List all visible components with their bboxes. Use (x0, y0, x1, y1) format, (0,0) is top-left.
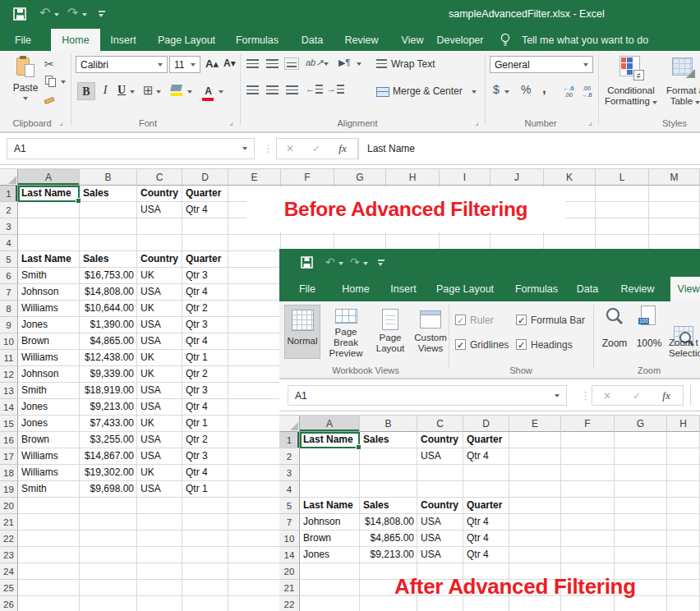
col-header-M[interactable]: M (649, 169, 700, 186)
cell-B8[interactable]: $10,644.00 (80, 301, 137, 317)
cell-C7[interactable]: USA (417, 514, 463, 531)
overlay-formula-input[interactable] (690, 385, 700, 406)
text-direction-dropdown-icon[interactable] (357, 62, 362, 66)
cell-A2[interactable] (300, 448, 360, 465)
row-header-10[interactable]: 10 (279, 531, 300, 547)
cell-B10[interactable]: $4,865.00 (80, 333, 137, 350)
tab-review[interactable]: Review (336, 29, 387, 51)
cell-D26[interactable] (182, 596, 228, 611)
row-header-14[interactable]: 14 (279, 547, 300, 563)
cell-L2[interactable] (596, 202, 649, 218)
decrease-indent-icon[interactable]: ← (306, 84, 323, 94)
cell-G2[interactable] (615, 448, 667, 465)
cell-D10[interactable]: Qtr 4 (182, 333, 228, 350)
cell-A21[interactable] (300, 580, 360, 596)
cell-A21[interactable] (18, 514, 80, 531)
overlay-save-icon[interactable] (301, 256, 313, 272)
cell-B10[interactable]: $4,865.00 (360, 531, 417, 547)
align-bottom-icon[interactable] (284, 57, 299, 70)
row-header-4[interactable]: 4 (279, 481, 300, 498)
cell-E18[interactable] (228, 465, 281, 481)
cell-A3[interactable] (300, 465, 360, 481)
cell-D2[interactable]: Qtr 4 (182, 202, 228, 218)
row-header-16[interactable]: 16 (0, 432, 18, 448)
col-header-A[interactable]: A (300, 416, 360, 432)
overlay-tab-review[interactable]: Review (613, 277, 662, 301)
cell-A1[interactable]: Last Name (300, 432, 360, 448)
italic-button[interactable]: I (99, 84, 112, 97)
cell-C14[interactable]: USA (137, 399, 182, 416)
cell-B19[interactable]: $9,698.00 (80, 481, 137, 498)
overlay-tab-insert[interactable]: Insert (383, 277, 424, 301)
insert-function-icon[interactable]: fx (329, 142, 356, 155)
overlay-cancel-icon[interactable]: ✕ (592, 390, 622, 402)
cell-C10[interactable]: USA (417, 531, 463, 547)
cell-H5[interactable] (667, 498, 700, 514)
cell-H1[interactable] (667, 432, 700, 448)
font-launcher-icon[interactable]: ⌟ (229, 118, 233, 126)
cell-A14[interactable]: Jones (300, 547, 360, 563)
cell-D14[interactable]: Qtr 4 (182, 399, 228, 416)
cell-F10[interactable] (561, 531, 615, 547)
fill-color-dropdown-icon[interactable] (187, 90, 192, 94)
cell-B17[interactable]: $14,867.00 (80, 448, 137, 465)
cell-D3[interactable] (182, 218, 228, 235)
copy-icon[interactable] (45, 76, 57, 87)
cell-A17[interactable]: Williams (18, 448, 80, 465)
row-header-2[interactable]: 2 (0, 202, 18, 218)
cell-H2[interactable] (667, 448, 700, 465)
col-header-A[interactable]: A (18, 169, 80, 186)
row-header-1[interactable]: 1 (0, 186, 18, 202)
cell-F2[interactable] (561, 448, 615, 465)
cell-D6[interactable]: Qtr 3 (182, 268, 228, 284)
cell-H3[interactable] (667, 465, 700, 481)
cell-F14[interactable] (561, 547, 615, 563)
row-header-12[interactable]: 12 (0, 366, 18, 383)
underline-dropdown-icon[interactable] (130, 90, 135, 94)
cell-E5[interactable] (509, 498, 561, 514)
wrap-text-icon[interactable] (376, 59, 387, 68)
cell-G3[interactable] (615, 465, 667, 481)
cell-H21[interactable] (667, 580, 700, 596)
name-box[interactable]: A1 (7, 138, 255, 159)
conditional-formatting-button[interactable]: Conditional Formatting (598, 85, 664, 107)
cell-E5[interactable] (228, 251, 281, 268)
orientation-dropdown-icon[interactable] (324, 62, 329, 66)
ruler-checkbox[interactable]: ✓ (455, 315, 466, 325)
row-header-9[interactable]: 9 (0, 317, 18, 333)
cell-F3[interactable] (561, 465, 615, 481)
cell-H14[interactable] (667, 547, 700, 563)
cell-B2[interactable] (80, 202, 137, 218)
cell-B7[interactable]: $14,808.00 (80, 284, 137, 301)
cell-B23[interactable] (80, 547, 137, 563)
cell-C24[interactable] (137, 563, 182, 580)
cell-D18[interactable]: Qtr 4 (182, 465, 228, 481)
cell-B2[interactable] (360, 448, 417, 465)
cell-C19[interactable]: USA (137, 481, 182, 498)
font-color-button[interactable]: A (202, 83, 214, 101)
cell-A8[interactable]: Williams (18, 301, 80, 317)
headings-checkbox[interactable]: ✓ (516, 339, 527, 350)
cell-B5[interactable]: Sales (80, 251, 137, 268)
cell-B11[interactable]: $12,438.00 (80, 350, 137, 366)
cell-H10[interactable] (667, 531, 700, 547)
overlay-tab-file[interactable]: File (291, 277, 324, 301)
cell-E16[interactable] (228, 432, 281, 448)
normal-view-button[interactable]: Normal (284, 305, 320, 359)
align-center-icon[interactable] (266, 85, 279, 94)
cell-B18[interactable]: $19,302.00 (80, 465, 137, 481)
cell-B22[interactable] (80, 531, 137, 547)
cell-M3[interactable] (649, 218, 700, 235)
cell-B15[interactable]: $7,433.00 (80, 416, 137, 432)
cell-H7[interactable] (667, 514, 700, 531)
cell-D19[interactable]: Qtr 1 (182, 481, 228, 498)
cell-C3[interactable] (417, 465, 463, 481)
overlay-insert-function-icon[interactable]: fx (652, 389, 681, 402)
increase-decimal-icon[interactable]: ←.0.00 (560, 85, 577, 98)
row-header-23[interactable]: 23 (0, 547, 18, 563)
cell-A13[interactable]: Smith (18, 383, 80, 399)
cell-C21[interactable] (137, 514, 182, 531)
row-header-8[interactable]: 8 (0, 301, 18, 317)
cell-D22[interactable] (182, 531, 228, 547)
accounting-format-icon[interactable]: $ (493, 83, 500, 96)
